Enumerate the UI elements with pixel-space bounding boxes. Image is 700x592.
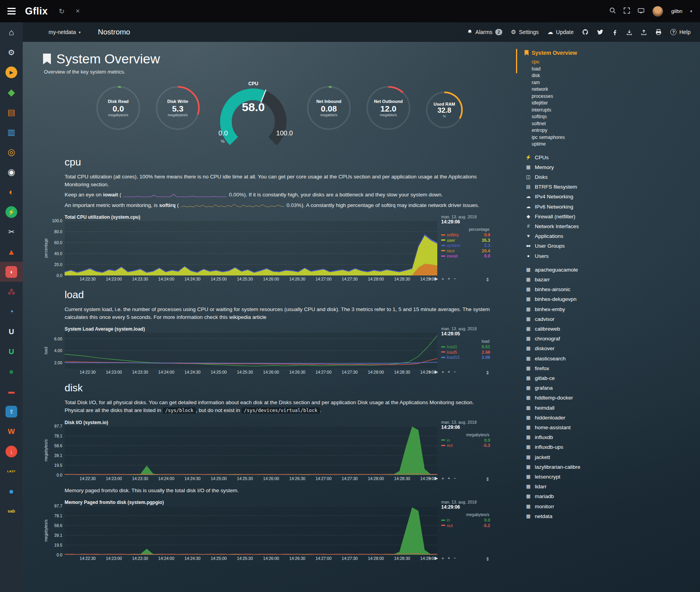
github-button[interactable] (582, 29, 588, 35)
menu-sub-softnet[interactable]: softnet (532, 121, 700, 128)
chart-plot-area[interactable] (65, 426, 437, 475)
legend-out[interactable]: out-5.2 (441, 523, 490, 528)
chart-zoom-in-button[interactable]: + (447, 556, 450, 561)
ombi-sidebar-item[interactable]: ◔ (0, 302, 23, 322)
chart-zoom-in-button[interactable]: + (447, 276, 450, 281)
net-inbound-gauge[interactable]: Net Inbound0.08megabits/s (304, 81, 354, 130)
menu-app-calibreweb[interactable]: ▦calibreweb (521, 324, 700, 334)
server-dropdown[interactable]: my-netdata▾ (49, 29, 81, 35)
nzbget-sidebar-item[interactable]: ⚡ (0, 202, 23, 222)
menu-sub-entropy[interactable]: entropy (532, 127, 700, 134)
wikipedia-link[interactable]: wikipedia article (229, 314, 266, 320)
legend-load15[interactable]: load152.06 (441, 355, 490, 360)
menu-app-bazarr[interactable]: ▦bazarr (521, 275, 700, 284)
menu-app-home-assistant[interactable]: ▦home-assistant (521, 423, 700, 432)
menu-section-firewall-netfilter-[interactable]: ◆Firewall (netfilter) (521, 212, 700, 221)
menu-app-diskover[interactable]: ▦diskover (521, 344, 700, 353)
menu-sub-disk[interactable]: disk (532, 72, 700, 79)
chart-zoom-in-button[interactable]: + (447, 476, 450, 481)
menu-sub-network[interactable]: network (532, 86, 700, 93)
chart-backward-button[interactable]: « (429, 556, 431, 561)
avatar[interactable] (652, 6, 663, 17)
menu-section-memory[interactable]: ▦Memory (521, 162, 700, 172)
menu-app-grafana[interactable]: ▦grafana (521, 383, 700, 393)
menu-section-cpus[interactable]: ⚡CPUs (521, 153, 700, 162)
menu-section-user-groups[interactable]: ●●User Groups (521, 241, 700, 251)
legend-in[interactable]: in0.0 (441, 438, 490, 443)
chart-resize-handle[interactable]: ⇕ (485, 556, 489, 562)
help-button[interactable]: ? Help (670, 29, 691, 35)
dark-circle-app-sidebar-item[interactable]: ● (0, 362, 23, 381)
menu-app-lazylibrarian-calibre[interactable]: ▦lazylibrarian-calibre (521, 462, 700, 472)
half-circle-app-sidebar-item[interactable]: ◐ (0, 182, 23, 202)
facebook-button[interactable] (612, 29, 618, 35)
menu-app-letsencrypt[interactable]: ▦letsencrypt (521, 472, 700, 482)
chart-play-button[interactable]: ▶ (435, 556, 438, 561)
menu-app-monitorr[interactable]: ▦monitorr (521, 502, 700, 511)
menu-app-jackett[interactable]: ▦jackett (521, 452, 700, 462)
chart-play-button[interactable]: ▶ (435, 276, 438, 281)
user-caret-icon[interactable]: ▾ (690, 9, 692, 13)
import-button[interactable] (626, 29, 632, 35)
chart-backward-button[interactable]: « (429, 369, 431, 374)
menu-sub-idlejitter[interactable]: idlejitter (532, 100, 700, 107)
menu-app-cadvisor[interactable]: ▦cadvisor (521, 314, 700, 324)
flame-app-sidebar-item[interactable]: ▲ (0, 242, 23, 262)
chart-zoom-out-button[interactable]: − (454, 556, 456, 561)
plex-sidebar-item[interactable]: ▶ (0, 62, 23, 82)
menu-sub-cpu[interactable]: cpu (532, 59, 700, 66)
legend-softirq[interactable]: softirq0.0 (441, 232, 490, 237)
chart-forward-button[interactable]: » (442, 556, 444, 561)
update-button[interactable]: ☁ Update (547, 29, 574, 36)
legend-nice[interactable]: nice20.4 (441, 248, 490, 253)
chart-zoom-out-button[interactable]: − (454, 369, 456, 374)
legend-load5[interactable]: load52.68 (441, 350, 490, 354)
green-u-sidebar-item[interactable]: U (0, 342, 23, 362)
legend-load1[interactable]: load16.51 (441, 344, 490, 349)
chart-resize-handle[interactable]: ⇕ (485, 277, 489, 283)
menu-sub-processes[interactable]: processes (532, 93, 700, 100)
chart-plot-area[interactable] (65, 333, 437, 369)
menu-section-applications[interactable]: ♥Applications (521, 231, 700, 241)
menu-app-influxdb-ups[interactable]: ▦influxdb-ups (521, 442, 700, 452)
refresh-icon[interactable]: ↻ (59, 7, 65, 16)
menu-sub-ram[interactable]: ram (532, 79, 700, 86)
tautulli-sidebar-item[interactable]: ◉ (0, 162, 23, 182)
menu-sub-interrupts[interactable]: interrupts (532, 107, 700, 114)
download-app-sidebar-item[interactable]: ↓ (0, 441, 23, 461)
menu-section-disks[interactable]: ◫Disks (521, 172, 700, 182)
menu-app-apacheguacamole[interactable]: ▦apacheguacamole (521, 265, 700, 275)
gear-sidebar-item[interactable]: ⚙ (0, 42, 23, 62)
unifi-sidebar-item[interactable]: U (0, 322, 23, 342)
chart-forward-button[interactable]: » (442, 276, 444, 281)
menu-sub-ipc-semaphores[interactable]: ipc semaphores (532, 134, 700, 141)
chart-zoom-in-button[interactable]: + (447, 369, 450, 374)
disk-io-chart[interactable]: Disk I/O (system.io)megabytes/s97.778.15… (43, 420, 516, 482)
chart-forward-button[interactable]: » (442, 476, 444, 481)
raspberry-sidebar-item[interactable]: ⁂ (0, 282, 23, 302)
menu-section-network-interfaces[interactable]: #Network Interfaces (521, 221, 700, 231)
used-ram-gauge[interactable]: Used RAM32.8% (423, 81, 466, 129)
cpu-gauge[interactable]: CPU58.00.0100.0% (212, 81, 294, 147)
emby-sidebar-item[interactable]: ◆ (0, 82, 23, 102)
fullscreen-icon[interactable] (624, 7, 630, 15)
search-icon[interactable] (609, 7, 616, 15)
close-icon[interactable]: × (76, 7, 80, 15)
menu-app-influxdb[interactable]: ▦influxdb (521, 432, 700, 442)
legend-iowait[interactable]: iowait0.0 (441, 254, 490, 258)
menu-app-netdata[interactable]: ▦netdata (521, 511, 700, 521)
menu-app-gitlab-ce[interactable]: ▦gitlab-ce (521, 373, 700, 383)
chart-resize-handle[interactable]: ⇕ (485, 477, 489, 482)
menu-app-binhex-emby[interactable]: ▦binhex-emby (521, 304, 700, 314)
cpu-chart[interactable]: Total CPU utilization (system.cpu)percen… (43, 214, 516, 283)
memory-paged-chart[interactable]: Memory Paged from/to disk (system.pgpgio… (43, 500, 516, 562)
load-chart[interactable]: System Load Average (system.load)load6.0… (43, 326, 516, 376)
chart-play-button[interactable]: ▶ (435, 369, 438, 374)
chart-plot-area[interactable] (65, 221, 437, 275)
chart-resize-handle[interactable]: ⇕ (485, 370, 489, 376)
menu-app-heimdall[interactable]: ▦heimdall (521, 403, 700, 413)
drop-app-sidebar-item[interactable]: ● (0, 481, 23, 501)
menu-section-ipv4-networking[interactable]: ☁IPv4 Networking (521, 192, 700, 202)
netdata-sidebar-item[interactable]: ◗ (0, 262, 23, 282)
net-outbound-gauge[interactable]: Net Outbound12.0megabits/s (363, 81, 413, 130)
